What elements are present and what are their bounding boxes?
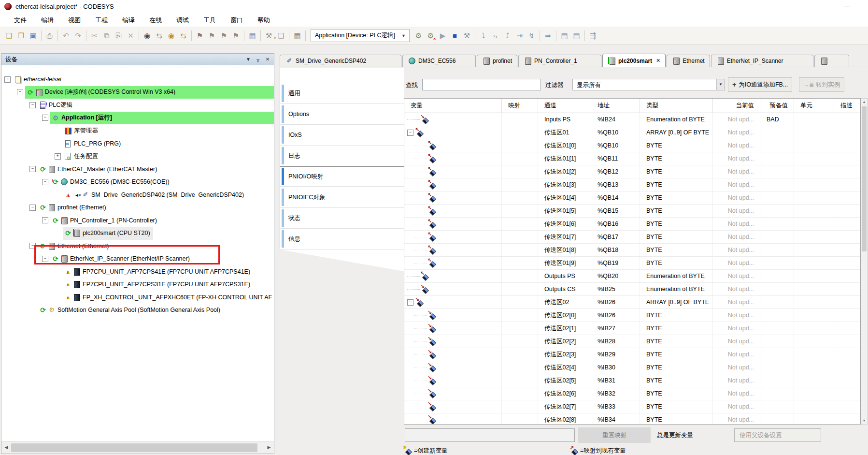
- nav-item-4[interactable]: PNIOI/O映射: [280, 166, 404, 187]
- find-icon[interactable]: ◉: [141, 29, 153, 42]
- active-application-combo[interactable]: Application [Device: PLC逻辑]▼: [311, 29, 410, 42]
- table-row[interactable]: ↖Outputs PS%QB20Enumeration of BYTENot u…: [404, 270, 860, 283]
- prepared-value-cell[interactable]: [760, 335, 794, 348]
- collapse-icon[interactable]: −: [29, 205, 36, 211]
- mapping-cell[interactable]: [502, 387, 538, 400]
- next-bookmark-icon[interactable]: ⚑: [218, 29, 230, 42]
- tree-row-5[interactable]: PLC_PRG (PRG): [1, 137, 274, 150]
- panel-dropdown-icon[interactable]: ▼: [244, 56, 253, 63]
- mapping-cell[interactable]: [502, 178, 538, 191]
- scrollbar-thumb[interactable]: [11, 443, 257, 452]
- prepared-value-cell[interactable]: [760, 270, 794, 282]
- chevron-down-icon[interactable]: ▼: [400, 33, 407, 38]
- table-row[interactable]: ↖传送区01[5]%QB15BYTENot upd...: [404, 205, 860, 218]
- mapping-status-box[interactable]: [405, 428, 575, 442]
- mapping-cell[interactable]: [502, 309, 538, 322]
- table-row[interactable]: ↘传送区02[6]%IB32BYTENot upd...: [404, 387, 860, 400]
- mapping-cell[interactable]: [502, 165, 538, 178]
- nav-item-0[interactable]: 通用: [280, 83, 404, 104]
- mapping-cell[interactable]: [502, 413, 538, 425]
- column-header-5[interactable]: 当前值: [713, 99, 760, 113]
- menu-item-6[interactable]: 调试: [169, 15, 196, 26]
- prepared-value-cell[interactable]: [760, 191, 794, 204]
- mapping-cell[interactable]: [502, 270, 538, 282]
- nav-item-1[interactable]: Options: [280, 104, 404, 125]
- tree-row-10[interactable]: −profinet (Ethernet): [1, 201, 274, 214]
- prepared-value-cell[interactable]: [760, 309, 794, 322]
- goto-instance-button[interactable]: →≣ 转到实例: [799, 77, 844, 92]
- reset-mapping-button[interactable]: 重置映射: [578, 427, 651, 443]
- panel-close-icon[interactable]: ✕: [263, 56, 272, 63]
- prepared-value-cell[interactable]: [760, 244, 794, 256]
- menu-item-8[interactable]: 窗口: [223, 15, 250, 26]
- print-icon[interactable]: ⎙: [43, 29, 56, 42]
- prepared-value-cell[interactable]: [760, 139, 794, 152]
- scroll-down-icon[interactable]: ▼: [861, 417, 867, 424]
- add-fb-button[interactable]: + 为IO通道添加FB...: [728, 77, 792, 92]
- tab-Ethernet[interactable]: Ethernet: [667, 55, 710, 67]
- filter-combo[interactable]: 显示所有 ▼: [572, 79, 725, 90]
- build-icon[interactable]: ⚒▾: [263, 29, 275, 42]
- tree-row-13[interactable]: −Ethernet (Ethernet): [1, 240, 274, 253]
- mapping-cell[interactable]: [502, 218, 538, 230]
- prepared-value-cell[interactable]: [760, 413, 794, 425]
- column-header-2[interactable]: 通道: [538, 99, 591, 113]
- table-scrollbar-thumb[interactable]: [862, 106, 867, 251]
- mapping-cell[interactable]: [502, 231, 538, 243]
- single-cycle-icon[interactable]: ⇒: [542, 29, 554, 42]
- close-icon[interactable]: ✕: [656, 58, 660, 64]
- prepared-value-cell[interactable]: [760, 322, 794, 335]
- menu-item-3[interactable]: 工程: [88, 15, 115, 26]
- tree-row-12[interactable]: plc200smart (CPU ST20): [1, 227, 274, 240]
- nav-item-6[interactable]: 状态: [280, 208, 404, 229]
- table-row[interactable]: ↖传送区01[1]%QB11BYTENot upd...: [404, 152, 860, 165]
- mapping-cell[interactable]: [502, 296, 538, 308]
- table-row[interactable]: ↖传送区01[4]%QB14BYTENot upd...: [404, 191, 860, 205]
- menu-item-5[interactable]: 在线: [142, 15, 169, 26]
- chevron-down-icon[interactable]: ▼: [716, 79, 725, 90]
- prepared-value-cell[interactable]: [760, 296, 794, 308]
- prepared-value-cell[interactable]: [760, 178, 794, 191]
- find-in-project-icon[interactable]: ◉: [165, 29, 177, 42]
- properties-icon[interactable]: ▦: [246, 29, 258, 42]
- column-header-1[interactable]: 映射: [502, 99, 538, 113]
- toggle-bookmark-icon[interactable]: ⚑: [194, 29, 206, 42]
- replace-in-project-icon[interactable]: ⇆: [177, 29, 189, 42]
- open-file-icon[interactable]: ❒: [15, 29, 27, 42]
- panel-pin-icon[interactable]: ╥: [254, 56, 262, 63]
- new-object-icon[interactable]: ❏: [275, 29, 287, 42]
- column-header-8[interactable]: 描述: [834, 99, 860, 113]
- mapping-cell[interactable]: [502, 139, 538, 152]
- mapping-cell[interactable]: [502, 283, 538, 295]
- nav-item-7[interactable]: 信息: [280, 229, 404, 250]
- wrench-icon[interactable]: ⚒: [461, 29, 473, 42]
- prev-bookmark-icon[interactable]: ⚑: [206, 29, 218, 42]
- tree-row-14[interactable]: −EtherNet_IP_Scanner (EtherNet/IP Scanne…: [1, 252, 274, 265]
- table-row[interactable]: −↘传送区02%IB26ARRAY [0..9] OF BYTENot upd.…: [404, 296, 860, 309]
- column-header-3[interactable]: 地址: [591, 99, 640, 113]
- table-row[interactable]: ↘Inputs PS%IB24Enumeration of BYTENot up…: [404, 113, 860, 126]
- devices-hscrollbar[interactable]: ◀ ▶: [1, 441, 274, 454]
- prepared-value-cell[interactable]: [760, 126, 794, 139]
- column-header-6[interactable]: 预备值: [760, 99, 794, 113]
- step-into-icon[interactable]: ⤷: [489, 29, 501, 42]
- table-vscrollbar[interactable]: ▲ ▼: [861, 98, 868, 425]
- prepared-value-cell[interactable]: [760, 387, 794, 400]
- collapse-icon[interactable]: −: [42, 256, 48, 262]
- prepared-value-cell[interactable]: [760, 374, 794, 387]
- save-icon[interactable]: ▣: [27, 29, 39, 42]
- mapping-cell[interactable]: [502, 205, 538, 217]
- tree-row-15[interactable]: FP7CPU_UNIT_AFP7CPS41E (FP7CPU UNIT AFP7…: [1, 265, 274, 279]
- prepared-value-cell[interactable]: [760, 165, 794, 178]
- mapping-cell[interactable]: [502, 113, 538, 126]
- nav-item-5[interactable]: PNIOIEC对象: [280, 187, 404, 208]
- logout-icon[interactable]: ⚙✕: [425, 29, 437, 42]
- menu-item-4[interactable]: 编译: [115, 15, 142, 26]
- minimize-button[interactable]: —: [840, 1, 854, 12]
- prepared-value-cell[interactable]: [760, 152, 794, 165]
- table-row[interactable]: −↖传送区01%QB10ARRAY [0..9] OF BYTENot upd.…: [404, 126, 860, 139]
- flow-control-icon[interactable]: ⇶: [587, 29, 599, 42]
- table-row[interactable]: ↖传送区01[9]%QB19BYTENot upd...: [404, 257, 860, 270]
- mapping-cell[interactable]: [502, 335, 538, 348]
- clear-bookmarks-icon[interactable]: ⚑: [230, 29, 242, 42]
